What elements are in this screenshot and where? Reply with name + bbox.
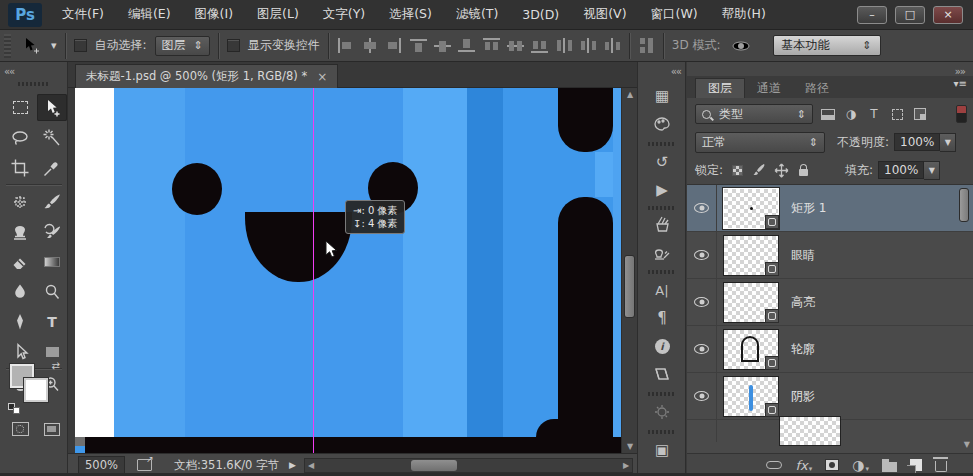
tab-layers[interactable]: 图层 [695,78,745,98]
styles-panel-icon[interactable] [647,362,677,386]
delete-layer-icon[interactable] [935,458,947,472]
visibility-toggle[interactable] [687,373,717,419]
document-tab[interactable]: 未标题-1.psd @ 500% (矩形 1, RGB/8) * × [75,64,338,88]
distribute-spacing-icon[interactable] [638,38,655,53]
layer-thumbnail[interactable] [723,329,779,370]
actions-panel-icon[interactable]: ▶ [647,178,677,202]
tab-paths[interactable]: 路径 [793,78,841,98]
path-selection-tool[interactable] [5,338,35,365]
magic-wand-tool[interactable] [37,124,67,151]
distribute-left-edges-icon[interactable] [556,38,573,53]
align-right-edges-icon[interactable] [385,38,402,53]
filter-smart-objects-icon[interactable] [912,106,928,122]
layer-thumbnail[interactable] [723,188,779,229]
layer-name[interactable]: 高亮 [791,294,815,311]
menu-window[interactable]: 窗口(W) [639,0,710,30]
horizontal-scrollbar-thumb[interactable] [411,460,457,471]
visibility-toggle[interactable] [687,420,717,442]
layer-name[interactable]: 眼睛 [791,247,815,264]
filter-type-dropdown[interactable]: 类型 ⇕ [695,104,813,124]
distribute-horizontal-centers-icon[interactable] [580,38,597,53]
maximize-button[interactable]: □ [895,6,925,24]
distribute-top-edges-icon[interactable] [483,38,500,53]
move-tool[interactable] [37,94,67,121]
layer-list-scrollbar[interactable] [958,186,971,451]
tab-close-icon[interactable]: × [317,70,327,84]
layer-thumbnail[interactable] [723,376,779,417]
menu-image[interactable]: 图像(I) [183,0,245,30]
canvas-viewport[interactable]: ⇥: 0 像素 ↧: 4 像素 [75,88,621,453]
menu-filter[interactable]: 滤镜(T) [444,0,510,30]
visibility-toggle[interactable] [687,185,717,231]
align-horizontal-centers-icon[interactable] [361,38,378,53]
layer-style-fx-icon[interactable]: fx▾ [795,457,812,473]
filter-type-layers-icon[interactable]: T [866,106,882,122]
layer-thumbnail[interactable] [779,416,841,446]
link-layers-icon[interactable] [766,461,782,469]
tool-preset-arrow-icon[interactable]: ▾ [51,39,57,52]
default-colors-icon[interactable] [8,403,20,414]
add-layer-mask-icon[interactable] [825,459,839,471]
swatches-panel-icon[interactable]: ▦ [647,84,677,108]
scroll-down-icon[interactable]: ▼ [622,440,638,453]
background-color-swatch[interactable] [24,378,48,402]
zoom-level-field[interactable]: 500% [78,456,125,474]
layer-list-scroll-down-icon[interactable]: ▼ [964,440,970,449]
scroll-right-icon[interactable]: ▶ [620,459,632,472]
eraser-tool[interactable] [5,248,35,275]
lock-all-icon[interactable] [795,162,811,178]
layer-name[interactable]: 阴影 [791,388,815,405]
new-layer-icon[interactable] [910,459,922,471]
vertical-scrollbar-thumb[interactable] [624,255,635,318]
align-vertical-centers-icon[interactable] [434,38,451,53]
opacity-value[interactable]: 100% [894,133,940,151]
panel-menu-icon[interactable]: ▾≡ [954,78,967,89]
filter-toggle-switch[interactable] [956,105,967,123]
expand-dock-icon[interactable]: «« [671,66,681,77]
auto-select-target-dropdown[interactable]: 图层 ⇕ [155,36,210,56]
layer-list-scrollbar-thumb[interactable] [959,188,969,222]
visibility-toggle[interactable] [687,279,717,325]
gradient-tool[interactable] [37,248,67,275]
blend-mode-dropdown[interactable]: 正常 ⇕ [695,132,825,153]
align-top-edges-icon[interactable] [410,38,427,53]
layer-row-eyes[interactable]: 眼睛 [687,232,973,279]
lock-pixels-icon[interactable] [751,162,767,178]
3d-panel-icon[interactable] [647,400,677,424]
type-tool[interactable]: T [37,308,67,335]
eyedropper-tool[interactable] [37,154,67,181]
adjustment-layer-icon[interactable]: ◑▾ [852,457,869,473]
quick-mask-button[interactable] [5,418,35,440]
new-group-icon[interactable] [882,459,897,472]
filter-adjustment-layers-icon[interactable]: ◑ [843,106,859,122]
move-tool-preset-icon[interactable] [19,34,43,58]
align-left-edges-icon[interactable] [337,38,354,53]
menu-view[interactable]: 视图(V) [571,0,638,30]
lock-transparency-icon[interactable] [729,162,745,178]
screen-mode-button[interactable] [37,418,67,440]
brush-presets-panel-icon[interactable] [647,212,677,236]
menu-type[interactable]: 文字(Y) [311,0,377,30]
history-brush-tool[interactable] [37,218,67,245]
swap-colors-icon[interactable]: ⇄ [52,360,60,371]
menu-3d[interactable]: 3D(D) [510,0,571,30]
rectangular-marquee-tool[interactable] [5,94,35,121]
crop-tool[interactable] [5,154,35,181]
brush-tool[interactable] [37,188,67,215]
menu-help[interactable]: 帮助(H) [710,0,778,30]
align-bottom-edges-icon[interactable] [458,38,475,53]
fill-value[interactable]: 100% [878,161,924,179]
scroll-up-icon[interactable]: ▲ [622,88,638,101]
close-button[interactable]: × [933,6,963,24]
vertical-scrollbar[interactable]: ▲ ▼ [621,88,637,453]
tab-channels[interactable]: 通道 [745,78,793,98]
auto-select-checkbox[interactable] [74,39,87,52]
paragraph-panel-icon[interactable]: ¶ [647,306,677,330]
show-transform-checkbox[interactable] [227,39,240,52]
layer-thumbnail[interactable] [723,282,779,323]
3d-rotate-icon[interactable] [729,34,753,58]
lasso-tool[interactable] [5,124,35,151]
visibility-toggle[interactable] [687,326,717,372]
scroll-left-icon[interactable]: ◀ [305,459,317,472]
layer-row-highlight[interactable]: 高亮 [687,279,973,326]
